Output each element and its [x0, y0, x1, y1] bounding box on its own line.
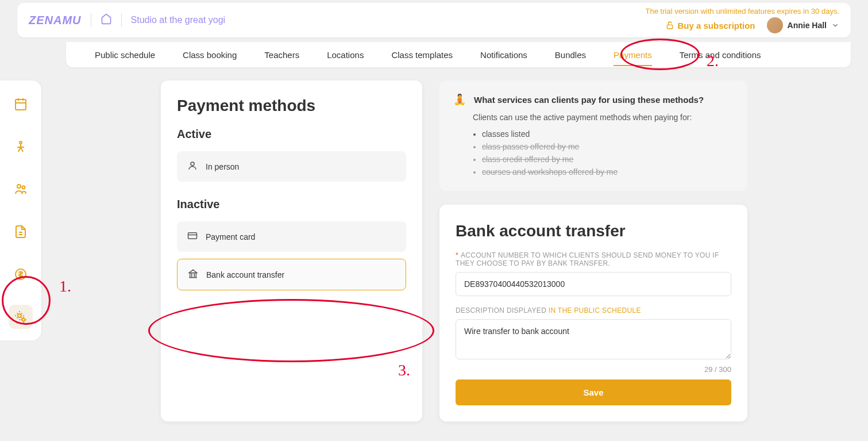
right-column: 🧘 What services can clients pay for usin… — [439, 80, 747, 421]
description-label: DESCRIPTION DISPLAYED IN THE PUBLIC SCHE… — [456, 306, 731, 315]
header-left: ZENAMU Studio at the great yogi — [29, 13, 225, 28]
desc-label-pre: DESCRIPTION DISPLAYED — [456, 306, 549, 315]
svg-point-7 — [22, 186, 25, 189]
char-count: 29 / 300 — [456, 365, 731, 374]
info-item: class passes offered by me — [482, 140, 734, 153]
nav-public-schedule[interactable]: Public schedule — [95, 44, 155, 66]
nav-payments[interactable]: Payments — [614, 44, 652, 66]
info-card: 🧘 What services can clients pay for usin… — [439, 80, 747, 191]
chevron-down-icon — [831, 21, 839, 29]
buy-sub-label: Buy a subscription — [678, 21, 755, 30]
user-name: Annie Hall — [788, 21, 827, 30]
save-button[interactable]: Save — [456, 379, 731, 405]
nav-class-templates[interactable]: Class templates — [391, 44, 453, 66]
info-item: class credit offered by me — [482, 153, 734, 166]
divider — [91, 13, 91, 27]
top-bar: ZENAMU Studio at the great yogi The tria… — [17, 3, 851, 37]
account-label: *ACCOUNT NUMBER TO WHICH CLIENTS SHOULD … — [456, 251, 731, 267]
svg-rect-0 — [667, 25, 672, 29]
svg-rect-14 — [188, 233, 197, 239]
svg-point-6 — [17, 185, 21, 188]
nav-bundles[interactable]: Bundles — [555, 44, 586, 66]
inactive-title: Inactive — [177, 198, 406, 211]
info-subtitle: Clients can use the active payment metho… — [473, 113, 734, 122]
logo[interactable]: ZENAMU — [29, 14, 82, 27]
home-icon[interactable] — [101, 13, 112, 28]
method-in-person[interactable]: In person — [177, 151, 406, 182]
dollar-icon[interactable] — [9, 262, 33, 286]
account-label-text: ACCOUNT NUMBER TO WHICH CLIENTS SHOULD S… — [456, 251, 719, 267]
info-header: 🧘 What services can clients pay for usin… — [453, 93, 734, 106]
card-icon — [187, 231, 198, 243]
divider — [121, 13, 122, 27]
avatar — [767, 17, 783, 33]
nav-terms[interactable]: Terms and conditions — [680, 44, 761, 66]
person-icon — [187, 160, 198, 172]
desc-label-link[interactable]: IN THE PUBLIC SCHEDULE — [549, 306, 641, 315]
header-sub-row: Buy a subscription Annie Hall — [665, 17, 840, 33]
annotation-num-1: 1. — [59, 277, 71, 296]
people-icon[interactable] — [9, 177, 33, 201]
svg-rect-1 — [16, 99, 26, 110]
lock-open-icon — [665, 21, 674, 30]
svg-point-5 — [20, 141, 22, 144]
payment-methods-title: Payment methods — [177, 97, 406, 115]
info-item: courses and workshops offered by me — [482, 166, 734, 178]
required-mark: * — [456, 251, 458, 259]
method-label: Bank account transfer — [206, 270, 284, 279]
svg-point-11 — [18, 314, 21, 317]
method-label: Payment card — [206, 232, 255, 241]
account-number-input[interactable] — [456, 272, 731, 296]
user-menu[interactable]: Annie Hall — [767, 17, 839, 33]
trial-banner: The trial version with unlimited feature… — [646, 7, 839, 16]
method-bank-transfer[interactable]: Bank account transfer — [177, 259, 406, 290]
info-list: classes listed class passes offered by m… — [482, 128, 734, 178]
nav-locations[interactable]: Locations — [327, 44, 364, 66]
studio-name[interactable]: Studio at the great yogi — [131, 15, 226, 25]
nav-bar: Public schedule Class booking Teachers L… — [66, 42, 851, 67]
nav-class-booking[interactable]: Class booking — [183, 44, 237, 66]
buy-subscription-link[interactable]: Buy a subscription — [665, 21, 755, 30]
svg-point-12 — [22, 319, 25, 321]
payment-methods-card: Payment methods Active In person Inactiv… — [161, 80, 422, 421]
yogi-emoji-icon: 🧘 — [453, 93, 466, 106]
svg-point-13 — [191, 162, 194, 166]
calendar-icon[interactable] — [9, 92, 33, 116]
gear-icon[interactable] — [9, 305, 33, 329]
description-textarea[interactable] — [456, 319, 731, 359]
info-title: What services can clients pay for using … — [474, 95, 704, 105]
yoga-icon[interactable] — [9, 135, 33, 159]
sidebar — [0, 80, 41, 340]
bank-transfer-form: Bank account transfer *ACCOUNT NUMBER TO… — [439, 205, 747, 421]
main-content: Payment methods Active In person Inactiv… — [161, 80, 747, 421]
invoice-icon[interactable] — [9, 220, 33, 244]
bank-icon — [188, 269, 198, 281]
method-payment-card[interactable]: Payment card — [177, 221, 406, 252]
active-title: Active — [177, 128, 406, 141]
info-item: classes listed — [482, 128, 734, 140]
form-title: Bank account transfer — [456, 221, 731, 241]
header-right: The trial version with unlimited feature… — [646, 7, 839, 33]
method-label: In person — [206, 162, 239, 171]
nav-notifications[interactable]: Notifications — [480, 44, 527, 66]
nav-teachers[interactable]: Teachers — [264, 44, 299, 66]
